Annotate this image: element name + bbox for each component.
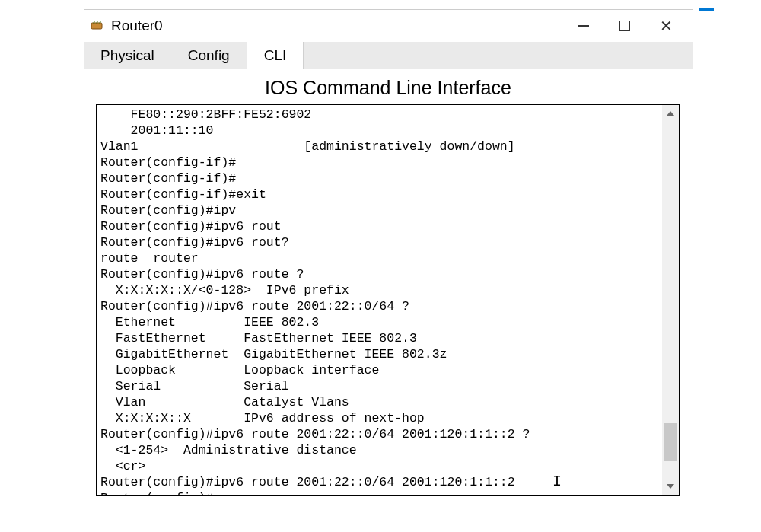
text-cursor-icon: I [552,473,562,490]
scroll-up-button[interactable] [662,105,679,122]
cli-output[interactable]: FE80::290:2BFF:FE52:6902 2001:11::10 Vla… [97,105,679,496]
tab-config[interactable]: Config [171,42,247,69]
close-button[interactable]: ✕ [656,16,676,36]
svg-rect-0 [91,23,102,29]
tab-cli[interactable]: CLI [247,42,304,69]
minimize-icon [578,25,589,27]
maximize-button[interactable] [615,16,635,36]
window-title: Router0 [111,18,574,34]
scroll-down-button[interactable] [662,478,679,495]
router-icon [90,18,105,33]
cli-heading: IOS Command Line Interface [84,77,693,99]
tab-physical[interactable]: Physical [84,42,171,69]
minimize-button[interactable] [574,16,594,36]
cli-area: FE80::290:2BFF:FE52:6902 2001:11::10 Vla… [96,104,680,496]
tab-bar: Physical Config CLI [84,42,693,69]
top-accent [699,8,714,11]
titlebar[interactable]: Router0 ✕ [84,10,693,42]
scroll-thumb[interactable] [664,423,677,461]
scroll-track[interactable] [662,122,679,478]
maximize-icon [619,21,630,31]
window-controls: ✕ [574,16,693,36]
close-icon: ✕ [660,18,673,33]
scrollbar[interactable] [662,105,679,495]
cli-terminal[interactable]: FE80::290:2BFF:FE52:6902 2001:11::10 Vla… [96,104,680,496]
router-window: Router0 ✕ Physical Config CLI IOS Comman… [84,9,693,496]
